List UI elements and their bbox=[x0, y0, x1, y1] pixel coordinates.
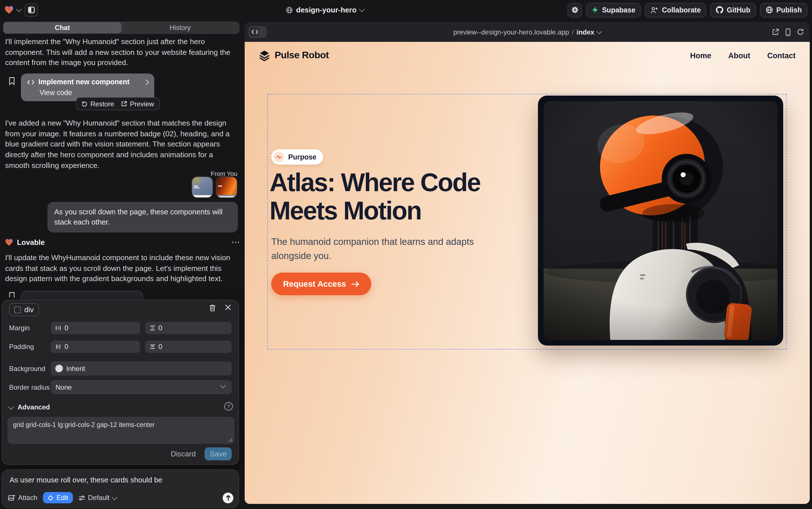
classes-textarea[interactable]: grid grid-cols-1 lg:grid-cols-2 gap-12 i… bbox=[7, 417, 234, 444]
preview-pane: preview--design-your-hero.lovable.app / … bbox=[245, 22, 810, 504]
user-quoted-message: As you scroll down the page, these compo… bbox=[47, 202, 238, 233]
margin-row: Margin 0 0 bbox=[9, 322, 232, 334]
composer-input[interactable]: As user mouse roll over, these cards sho… bbox=[10, 476, 162, 484]
assistant-header: Lovable bbox=[5, 238, 239, 246]
arrow-right-icon bbox=[351, 281, 359, 287]
attachment-thumbnail-2[interactable] bbox=[216, 177, 237, 197]
target-icon bbox=[47, 495, 54, 501]
nav-link-home[interactable]: Home bbox=[690, 51, 711, 60]
resize-handle[interactable] bbox=[228, 438, 233, 442]
preview-url[interactable]: preview--design-your-hero.lovable.app / … bbox=[245, 22, 810, 42]
lovable-heart-icon bbox=[5, 239, 13, 246]
app-window: design-your-hero Supabase Collaborate bbox=[0, 0, 812, 509]
assistant-name: Lovable bbox=[17, 238, 45, 246]
tab-history[interactable]: History bbox=[121, 22, 239, 33]
transparency-swatch-icon bbox=[56, 365, 63, 372]
purpose-badge: Purpose bbox=[271, 149, 323, 165]
chat-history-tabs: Chat History bbox=[3, 22, 239, 34]
image-attach-icon bbox=[8, 494, 15, 501]
lovable-logo-icon[interactable] bbox=[4, 6, 13, 14]
project-name: design-your-hero bbox=[296, 6, 357, 14]
background-input[interactable]: Inherit bbox=[51, 362, 232, 376]
padding-y-input[interactable]: 0 bbox=[145, 340, 232, 353]
bookmark-icon bbox=[8, 292, 15, 298]
top-bar: design-your-hero Supabase Collaborate bbox=[0, 0, 812, 20]
layers-logo-icon bbox=[259, 49, 270, 61]
site-brand[interactable]: Pulse Robot bbox=[259, 49, 329, 61]
mobile-view-icon[interactable] bbox=[785, 28, 790, 36]
badge-label: Purpose bbox=[288, 153, 317, 161]
chat-mode-selector[interactable]: Default bbox=[78, 494, 116, 502]
background-label: Background bbox=[9, 365, 51, 372]
background-row: Background Inherit bbox=[9, 362, 232, 376]
refresh-icon[interactable] bbox=[797, 28, 804, 36]
open-in-new-tab-icon[interactable] bbox=[772, 28, 779, 36]
padding-x-input[interactable]: 0 bbox=[51, 340, 140, 353]
page-chevron-down-icon bbox=[596, 28, 602, 34]
publish-button[interactable]: Publish bbox=[760, 3, 808, 17]
element-outline-icon bbox=[14, 306, 21, 313]
hero-heading: Atlas: Where Code Meets Motion bbox=[269, 169, 480, 225]
save-button[interactable]: Save bbox=[205, 447, 232, 461]
project-chevron-down-icon bbox=[359, 6, 365, 12]
project-selector[interactable]: design-your-hero bbox=[286, 0, 364, 20]
margin-y-icon bbox=[149, 325, 155, 331]
chevron-down-icon bbox=[220, 383, 226, 388]
collaborate-icon bbox=[651, 6, 659, 13]
advanced-toggle[interactable]: Advanced bbox=[9, 403, 50, 411]
element-inspector-panel: div Margin 0 0 Padding bbox=[2, 300, 239, 465]
site-preview: Pulse Robot Home About Contact Purpose A… bbox=[245, 42, 810, 504]
attachment-thumbnail-1[interactable] bbox=[192, 177, 213, 197]
code-icon bbox=[27, 79, 34, 84]
sidebar-toggle-button[interactable] bbox=[24, 3, 38, 17]
send-button[interactable] bbox=[223, 492, 233, 503]
workspace-chevron-down-icon[interactable] bbox=[16, 6, 22, 12]
arrow-up-icon bbox=[225, 495, 231, 501]
github-button[interactable]: GitHub bbox=[710, 3, 756, 17]
settings-button[interactable] bbox=[567, 3, 582, 17]
supabase-button[interactable]: Supabase bbox=[586, 3, 641, 17]
attach-button[interactable]: Attach bbox=[8, 494, 37, 502]
padding-row: Padding 0 0 bbox=[9, 340, 232, 353]
publish-globe-icon bbox=[766, 6, 773, 13]
nav-link-contact[interactable]: Contact bbox=[767, 51, 796, 60]
margin-y-input[interactable]: 0 bbox=[145, 322, 232, 334]
padding-x-icon bbox=[56, 344, 61, 349]
collaborate-button[interactable]: Collaborate bbox=[645, 3, 707, 17]
chevron-right-icon bbox=[143, 79, 149, 85]
nav-link-about[interactable]: About bbox=[728, 51, 750, 60]
bookmark-icon[interactable] bbox=[8, 77, 15, 86]
element-tag-chip: div bbox=[9, 303, 39, 316]
assistant-message: I've added a new "Why Humanoid" section … bbox=[5, 118, 239, 171]
close-icon[interactable] bbox=[225, 304, 231, 310]
discard-button[interactable]: Discard bbox=[171, 450, 196, 458]
hero-subtitle: The humanoid companion that learns and a… bbox=[271, 235, 481, 263]
help-icon[interactable]: ? bbox=[224, 402, 233, 411]
hero-robot-card bbox=[538, 96, 783, 345]
globe-icon bbox=[286, 6, 293, 13]
border-radius-label: Border radius bbox=[9, 383, 51, 391]
padding-label: Padding bbox=[9, 343, 51, 351]
view-code-link[interactable]: View code bbox=[27, 89, 148, 97]
chevron-down-icon bbox=[8, 404, 14, 409]
pulse-icon bbox=[273, 151, 284, 162]
border-radius-row: Border radius None bbox=[9, 380, 232, 394]
margin-label: Margin bbox=[9, 324, 51, 332]
request-access-button[interactable]: Request Access bbox=[271, 273, 371, 295]
margin-x-input[interactable]: 0 bbox=[51, 322, 140, 334]
assistant-message: I'll implement the "Why Humanoid" sectio… bbox=[5, 37, 239, 68]
preview-chrome: preview--design-your-hero.lovable.app / … bbox=[245, 22, 810, 42]
gear-icon bbox=[571, 6, 579, 13]
restore-icon bbox=[81, 101, 87, 107]
component-card-behind bbox=[21, 291, 143, 301]
robot-image bbox=[544, 101, 778, 340]
trash-icon[interactable] bbox=[209, 304, 216, 312]
border-radius-select[interactable]: None bbox=[51, 380, 232, 394]
restore-button[interactable]: Restore bbox=[81, 100, 114, 108]
chat-composer: As user mouse roll over, these cards sho… bbox=[2, 469, 239, 508]
edit-mode-button[interactable]: Edit bbox=[43, 492, 73, 503]
message-menu-icon[interactable] bbox=[232, 242, 239, 243]
site-navbar: Pulse Robot Home About Contact bbox=[245, 42, 810, 69]
tab-chat[interactable]: Chat bbox=[3, 22, 121, 33]
preview-button[interactable]: Preview bbox=[121, 100, 154, 108]
